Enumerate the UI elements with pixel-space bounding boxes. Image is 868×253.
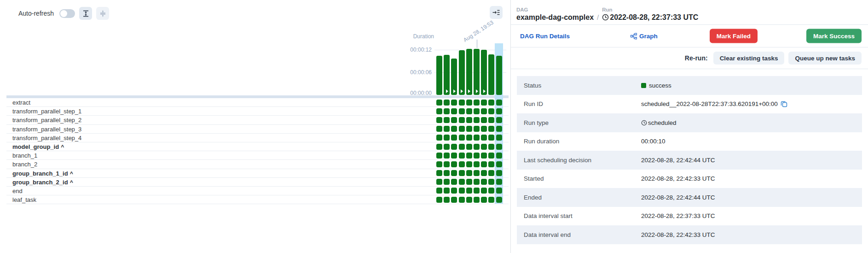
task-instance-square[interactable]	[451, 144, 457, 150]
task-instance-square[interactable]	[481, 197, 487, 203]
task-instance-square[interactable]	[481, 144, 487, 150]
task-instance-square[interactable]	[466, 170, 472, 176]
task-instance-square[interactable]	[444, 135, 450, 141]
task-instance-square[interactable]	[474, 117, 480, 123]
task-instance-square[interactable]	[459, 100, 465, 106]
task-name[interactable]: group_branch_2_id^	[12, 178, 73, 185]
task-name[interactable]: end	[12, 187, 23, 194]
task-name[interactable]: extract	[12, 99, 30, 106]
task-instance-square[interactable]	[466, 135, 472, 141]
task-instance-square[interactable]	[466, 197, 472, 203]
task-instance-square[interactable]	[496, 135, 502, 141]
task-instance-square[interactable]	[459, 117, 465, 123]
task-instance-square[interactable]	[496, 108, 502, 114]
task-instance-square[interactable]	[488, 197, 494, 203]
task-instance-square[interactable]	[466, 100, 472, 106]
task-instance-square[interactable]	[481, 179, 487, 185]
task-instance-square[interactable]	[436, 161, 442, 167]
dag-name[interactable]: example-dag-complex	[516, 13, 594, 22]
clear-existing-tasks-button[interactable]: Clear existing tasks	[713, 52, 785, 65]
task-instance-square[interactable]	[466, 108, 472, 114]
chevron-up-icon[interactable]: ^	[70, 170, 73, 177]
task-instance-square[interactable]	[451, 126, 457, 132]
task-instance-square[interactable]	[474, 161, 480, 167]
task-instance-square[interactable]	[481, 126, 487, 132]
copy-icon[interactable]	[781, 100, 787, 107]
run-duration-bar[interactable]	[466, 49, 472, 95]
mark-success-button[interactable]: Mark Success	[806, 29, 862, 43]
task-instance-square[interactable]	[451, 117, 457, 123]
task-instance-square[interactable]	[459, 188, 465, 194]
task-instance-square[interactable]	[481, 108, 487, 114]
task-instance-square[interactable]	[496, 117, 502, 123]
task-instance-square[interactable]	[488, 161, 494, 167]
task-instance-square[interactable]	[466, 126, 472, 132]
task-instance-square[interactable]	[444, 170, 450, 176]
task-instance-square[interactable]	[436, 197, 442, 203]
task-instance-square[interactable]	[451, 100, 457, 106]
tab-graph[interactable]: Graph	[631, 33, 658, 40]
run-duration-bar[interactable]	[459, 50, 465, 95]
task-instance-square[interactable]	[496, 100, 502, 106]
task-instance-square[interactable]	[444, 100, 450, 106]
task-instance-square[interactable]	[444, 117, 450, 123]
task-instance-square[interactable]	[474, 100, 480, 106]
task-instance-square[interactable]	[444, 126, 450, 132]
task-instance-square[interactable]	[459, 126, 465, 132]
task-name[interactable]: leaf_task	[12, 196, 36, 203]
task-instance-square[interactable]	[459, 179, 465, 185]
task-instance-square[interactable]	[496, 197, 502, 203]
task-instance-square[interactable]	[436, 188, 442, 194]
task-instance-square[interactable]	[451, 135, 457, 141]
mark-failed-button[interactable]: Mark Failed	[710, 29, 758, 43]
task-instance-square[interactable]	[451, 197, 457, 203]
task-instance-square[interactable]	[436, 153, 442, 159]
task-instance-square[interactable]	[488, 179, 494, 185]
task-instance-square[interactable]	[444, 161, 450, 167]
task-instance-square[interactable]	[459, 153, 465, 159]
task-instance-square[interactable]	[444, 108, 450, 114]
task-name[interactable]: transform_parallel_step_1	[12, 108, 81, 115]
task-instance-square[interactable]	[466, 153, 472, 159]
task-instance-square[interactable]	[459, 197, 465, 203]
run-duration-bar[interactable]	[496, 56, 502, 95]
task-instance-square[interactable]	[474, 197, 480, 203]
task-instance-square[interactable]	[451, 179, 457, 185]
task-instance-square[interactable]	[436, 144, 442, 150]
task-instance-square[interactable]	[496, 126, 502, 132]
task-instance-square[interactable]	[436, 170, 442, 176]
task-instance-square[interactable]	[488, 188, 494, 194]
task-instance-square[interactable]	[459, 135, 465, 141]
task-instance-square[interactable]	[474, 144, 480, 150]
task-instance-square[interactable]	[481, 170, 487, 176]
task-instance-square[interactable]	[459, 144, 465, 150]
task-instance-square[interactable]	[474, 135, 480, 141]
task-instance-square[interactable]	[444, 188, 450, 194]
run-duration-bar[interactable]	[436, 56, 442, 95]
task-instance-square[interactable]	[474, 126, 480, 132]
task-name[interactable]: transform_parallel_step_4	[12, 134, 81, 141]
task-instance-square[interactable]	[466, 179, 472, 185]
task-instance-square[interactable]	[474, 188, 480, 194]
task-instance-square[interactable]	[444, 197, 450, 203]
task-instance-square[interactable]	[436, 108, 442, 114]
run-duration-bar[interactable]	[481, 50, 487, 95]
run-duration-bar[interactable]	[444, 55, 450, 95]
task-instance-square[interactable]	[488, 135, 494, 141]
task-instance-square[interactable]	[481, 188, 487, 194]
chevron-up-icon[interactable]: ^	[70, 179, 73, 185]
tab-dag-run-details[interactable]: DAG Run Details	[520, 33, 570, 40]
chevron-up-icon[interactable]: ^	[61, 144, 64, 150]
task-name[interactable]: transform_parallel_step_2	[12, 117, 81, 124]
task-instance-square[interactable]	[488, 108, 494, 114]
task-instance-square[interactable]	[466, 161, 472, 167]
task-instance-square[interactable]	[436, 126, 442, 132]
task-instance-square[interactable]	[451, 108, 457, 114]
task-instance-square[interactable]	[466, 117, 472, 123]
task-instance-square[interactable]	[466, 188, 472, 194]
task-instance-square[interactable]	[436, 117, 442, 123]
task-instance-square[interactable]	[488, 117, 494, 123]
task-instance-square[interactable]	[459, 108, 465, 114]
task-instance-square[interactable]	[488, 126, 494, 132]
task-name[interactable]: group_branch_1_id^	[12, 170, 73, 177]
